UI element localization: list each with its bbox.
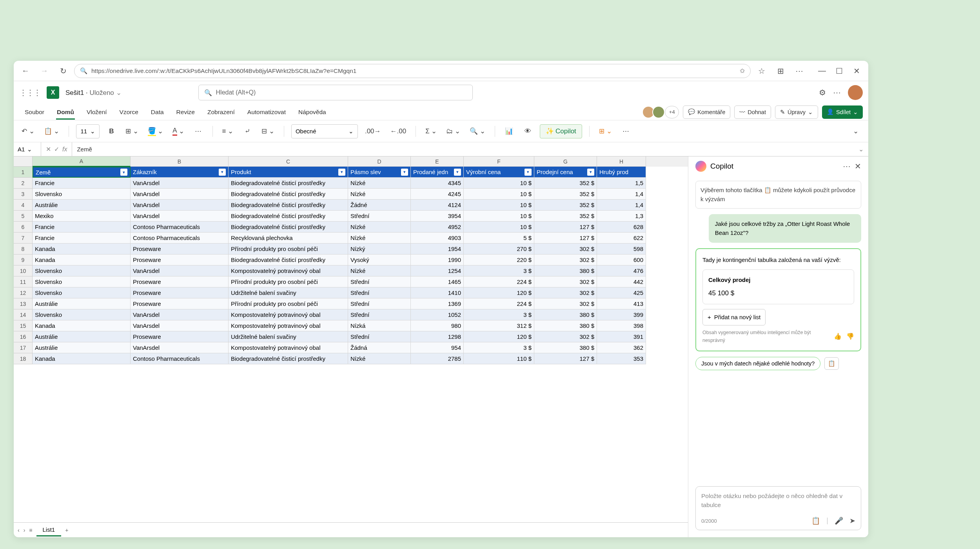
cell[interactable]: 1,5 xyxy=(597,178,646,189)
cell[interactable]: 120 $ xyxy=(464,287,534,298)
cell[interactable]: VanArsdel xyxy=(131,320,229,331)
tab-home[interactable]: Domů xyxy=(51,105,80,119)
cell[interactable]: Proseware xyxy=(131,287,229,298)
cell[interactable]: 10 $ xyxy=(464,222,534,233)
cell[interactable]: Slovensko xyxy=(33,309,131,320)
row-header[interactable]: 10 xyxy=(14,265,33,276)
cell[interactable]: Nízké xyxy=(348,233,411,244)
cell[interactable]: 391 xyxy=(597,331,646,342)
row-header[interactable]: 8 xyxy=(14,244,33,255)
cell[interactable]: 1254 xyxy=(411,265,464,276)
cell[interactable]: 3 $ xyxy=(464,309,534,320)
cell[interactable]: Contoso Pharmaceuticals xyxy=(131,233,229,244)
favorite-icon[interactable]: ✩ xyxy=(740,67,745,75)
cell[interactable]: 628 xyxy=(597,222,646,233)
cell[interactable]: 1298 xyxy=(411,331,464,342)
prompt-guide-icon[interactable]: 📋 xyxy=(824,357,839,370)
merge-button[interactable]: ⊟ ⌄ xyxy=(259,124,277,138)
search-box[interactable]: 🔍 Hledat (Alt+Q) xyxy=(198,85,473,100)
cell[interactable]: 1954 xyxy=(411,244,464,255)
cell[interactable]: VanArsdel xyxy=(131,211,229,222)
filter-icon[interactable]: ▾ xyxy=(219,169,226,176)
presence-count[interactable]: +4 xyxy=(665,106,679,118)
all-sheets-button[interactable]: ≡ xyxy=(29,527,32,533)
cell[interactable]: Biodegradovatelné čisticí prostředky xyxy=(229,178,348,189)
cell[interactable]: 1465 xyxy=(411,276,464,287)
cell[interactable]: Nízké xyxy=(348,353,411,364)
row-header[interactable]: 7 xyxy=(14,233,33,244)
confirm-formula-icon[interactable]: ✓ xyxy=(54,145,59,153)
cell[interactable]: Francie xyxy=(33,233,131,244)
cell[interactable]: Vysoký xyxy=(348,255,411,265)
cell[interactable]: 442 xyxy=(597,276,646,287)
minimize-button[interactable]: — xyxy=(814,63,830,79)
cell[interactable]: 1,4 xyxy=(597,189,646,200)
select-all-corner[interactable] xyxy=(14,156,33,167)
cell[interactable]: Nízké xyxy=(348,265,411,276)
cell[interactable]: Střední xyxy=(348,287,411,298)
cell[interactable]: VanArsdel xyxy=(131,342,229,353)
row-header[interactable]: 5 xyxy=(14,211,33,222)
cell[interactable]: Přírodní produkty pro osobní péči xyxy=(229,276,348,287)
header-cell[interactable]: Země▾ xyxy=(33,167,131,178)
cell[interactable]: 352 $ xyxy=(534,211,597,222)
cell[interactable]: Proseware xyxy=(131,244,229,255)
row-header[interactable]: 16 xyxy=(14,331,33,342)
col-header-d[interactable]: D xyxy=(348,156,411,167)
cell[interactable]: 600 xyxy=(597,255,646,265)
cell[interactable]: 4952 xyxy=(411,222,464,233)
cell[interactable]: Austrálie xyxy=(33,298,131,309)
address-bar[interactable]: 🔍 https://onedrive.live.com/:w:/t/EaCKkP… xyxy=(74,64,751,78)
row-header[interactable]: 17 xyxy=(14,342,33,353)
cell[interactable]: 413 xyxy=(597,298,646,309)
cell[interactable]: 425 xyxy=(597,287,646,298)
settings-icon[interactable]: ⚙ xyxy=(819,88,826,97)
cell[interactable]: Biodegradovatelné čisticí prostředky xyxy=(229,222,348,233)
cell[interactable]: 954 xyxy=(411,342,464,353)
cell[interactable]: Slovensko xyxy=(33,287,131,298)
cell[interactable]: Slovensko xyxy=(33,265,131,276)
filter-icon[interactable]: ▾ xyxy=(401,169,408,176)
cell[interactable]: Biodegradovatelné čisticí prostředky xyxy=(229,255,348,265)
collapse-ribbon-button[interactable]: ⌄ xyxy=(849,124,863,138)
tab-review[interactable]: Revize xyxy=(171,105,200,119)
row-header[interactable]: 9 xyxy=(14,255,33,265)
sort-filter-button[interactable]: 🗂 ⌄ xyxy=(444,124,463,138)
cell[interactable]: 4345 xyxy=(411,178,464,189)
cell[interactable]: Udržitelné balení svačiny xyxy=(229,331,348,342)
cell[interactable]: Střední xyxy=(348,298,411,309)
cell[interactable]: 302 $ xyxy=(534,244,597,255)
cell[interactable]: 622 xyxy=(597,233,646,244)
cell[interactable]: Biodegradovatelné čisticí prostředky xyxy=(229,200,348,211)
align-button[interactable]: ≡ ⌄ xyxy=(220,124,236,138)
cell[interactable]: Kanada xyxy=(33,255,131,265)
cell[interactable]: 352 $ xyxy=(534,200,597,211)
tab-file[interactable]: Soubor xyxy=(19,105,50,119)
collections-icon[interactable]: ⊞ xyxy=(773,63,788,79)
increase-decimal-button[interactable]: .00→ xyxy=(363,124,383,138)
next-sheet-button[interactable]: › xyxy=(24,527,25,533)
cell[interactable]: 224 $ xyxy=(464,276,534,287)
analyze-button[interactable]: 👁 xyxy=(521,124,535,138)
cell[interactable]: Střední xyxy=(348,309,411,320)
cell[interactable]: 127 $ xyxy=(534,353,597,364)
cell[interactable]: Biodegradovatelné čisticí prostředky xyxy=(229,189,348,200)
cell[interactable]: 3 $ xyxy=(464,342,534,353)
cell[interactable]: Kanada xyxy=(33,320,131,331)
cell[interactable]: Nízké xyxy=(348,222,411,233)
cell[interactable]: 980 xyxy=(411,320,464,331)
cell[interactable]: Nízký xyxy=(348,244,411,255)
header-cell[interactable]: Výrobní cena▾ xyxy=(464,167,534,178)
format-table-button[interactable]: ⊞ ⌄ xyxy=(597,124,614,138)
row-header[interactable]: 11 xyxy=(14,276,33,287)
col-header-b[interactable]: B xyxy=(131,156,229,167)
more-icon[interactable]: ⋯ xyxy=(791,63,807,79)
thumbs-down-icon[interactable]: 👎 xyxy=(846,331,854,342)
filter-icon[interactable]: ▾ xyxy=(454,169,461,176)
more-font-icon[interactable]: ⋯ xyxy=(191,124,205,138)
cell[interactable]: 398 xyxy=(597,320,646,331)
cell[interactable]: 270 $ xyxy=(464,244,534,255)
cell[interactable]: 3 $ xyxy=(464,265,534,276)
row-header[interactable]: 6 xyxy=(14,222,33,233)
cell[interactable]: Austrálie xyxy=(33,342,131,353)
